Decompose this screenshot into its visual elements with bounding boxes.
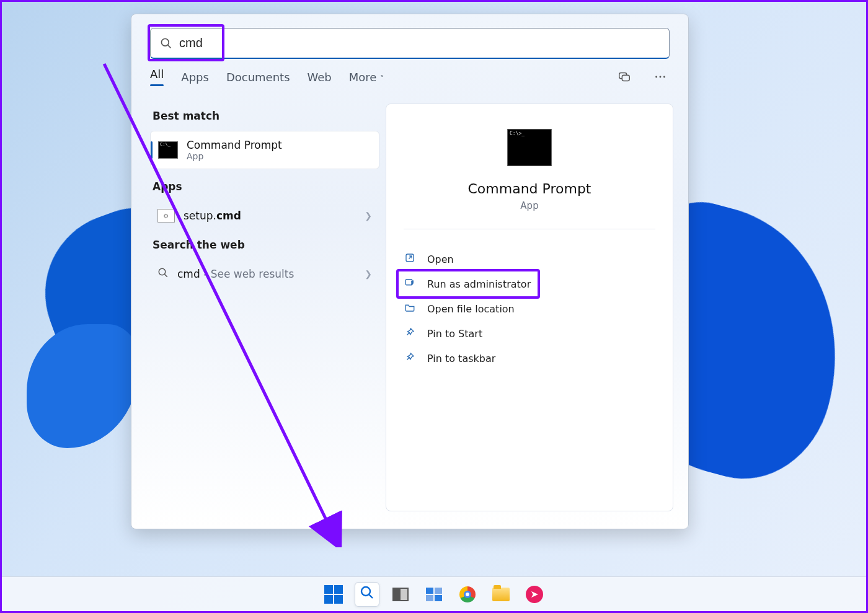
preview-title: Command Prompt [401,181,658,196]
svg-point-6 [663,76,665,78]
task-view-icon [392,588,409,601]
folder-icon [404,302,416,315]
action-label: Open [427,254,454,265]
start-button[interactable] [321,582,346,607]
section-apps: Apps [153,180,379,193]
svg-point-0 [162,39,169,46]
svg-rect-3 [622,75,629,81]
action-label: Pin to taskbar [427,353,495,364]
action-open-file-location[interactable]: Open file location [401,296,658,321]
file-explorer-button[interactable] [489,582,513,607]
result-title: Command Prompt [187,139,282,151]
svg-rect-10 [405,280,412,285]
folder-icon [492,588,510,601]
pinned-app-button[interactable]: ➤ [522,582,547,607]
result-title: setup.cmd [184,209,241,222]
svg-point-12 [361,587,370,596]
search-icon [157,267,169,281]
pin-icon [404,351,416,365]
windows-logo-icon [324,585,343,604]
action-open[interactable]: Open [401,247,658,271]
task-view-button[interactable] [388,582,413,607]
action-label: Pin to Start [427,328,482,340]
preview-subtitle: App [401,200,658,211]
section-best-match: Best match [153,110,379,122]
widgets-icon [426,588,442,601]
command-prompt-icon [158,141,178,159]
result-subtitle: App [187,151,282,161]
search-input[interactable] [150,28,670,59]
divider [404,229,655,229]
tab-apps[interactable]: Apps [181,71,209,90]
svg-line-8 [165,275,167,277]
admin-shield-icon [404,277,416,291]
result-web-cmd[interactable]: cmd - See web results ❯ [150,260,379,288]
action-label: Open file location [427,303,515,315]
command-prompt-icon [507,129,552,166]
action-pin-to-taskbar[interactable]: Pin to taskbar [401,346,658,371]
search-icon [160,37,172,52]
svg-line-13 [370,595,373,599]
svg-point-5 [660,76,662,78]
result-title: cmd - See web results [177,268,294,280]
chevron-down-icon: ˅ [378,74,384,83]
svg-line-1 [168,45,171,48]
section-search-web: Search the web [153,239,379,251]
tab-web[interactable]: Web [308,71,332,90]
open-icon [404,252,416,266]
filter-tabs: All Apps Documents Web More ˅ [150,68,670,92]
taskbar-search-button[interactable] [355,582,379,607]
tab-all[interactable]: All [150,68,164,92]
svg-point-7 [159,268,166,275]
chevron-right-icon: ❯ [365,269,372,279]
tab-more[interactable]: More ˅ [349,71,384,90]
file-icon: ⚙ [157,209,175,223]
preview-pane: Command Prompt App Open Run as administr… [386,104,673,511]
search-panel: All Apps Documents Web More ˅ Best match… [131,14,689,529]
chevron-right-icon: ❯ [365,211,372,221]
taskbar: ➤ [2,576,866,611]
svg-point-4 [655,76,657,78]
chat-icon[interactable] [615,68,634,89]
result-command-prompt[interactable]: Command Prompt App [150,131,379,169]
results-column: Best match Command Prompt App Apps ⚙ set… [131,99,379,526]
app-icon: ➤ [526,586,543,603]
action-label: Run as administrator [427,278,531,290]
more-options-icon[interactable] [651,68,670,89]
action-pin-to-start[interactable]: Pin to Start [401,321,658,346]
search-icon [360,585,374,603]
action-run-as-administrator[interactable]: Run as administrator [401,271,658,296]
tab-documents[interactable]: Documents [226,71,290,90]
chrome-button[interactable] [455,582,480,607]
widgets-button[interactable] [422,582,446,607]
chrome-icon [459,586,476,602]
pin-icon [404,327,416,340]
result-setup-cmd[interactable]: ⚙ setup.cmd ❯ [150,201,379,230]
